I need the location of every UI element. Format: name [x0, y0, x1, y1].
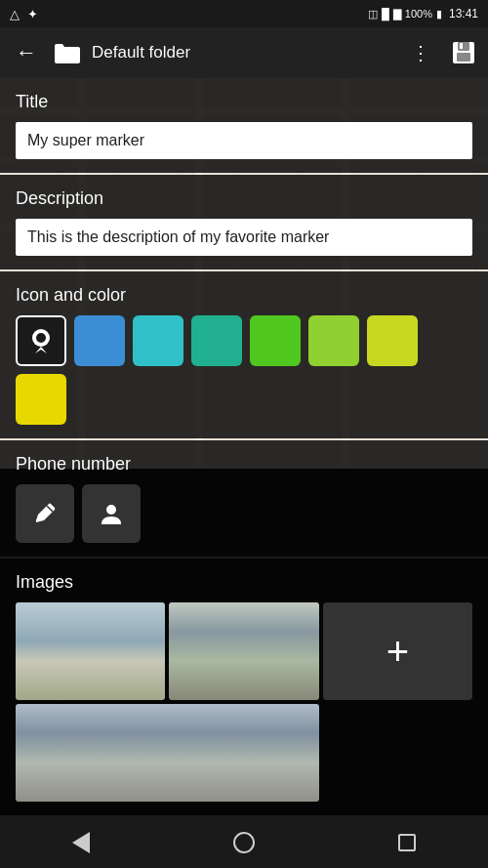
folder-icon	[53, 42, 80, 63]
phone-contact-button[interactable]	[82, 484, 141, 543]
signal-icon: ▇	[393, 8, 401, 21]
image-item-1	[16, 602, 165, 700]
image-item-2	[169, 602, 318, 700]
battery-label: 100%	[405, 8, 432, 20]
phone-section-label: Phone number	[16, 454, 472, 475]
svg-rect-3	[460, 43, 463, 49]
color-swatch-blue[interactable]	[74, 315, 125, 366]
save-button[interactable]	[447, 36, 480, 69]
nav-home-button[interactable]	[220, 818, 268, 867]
add-image-button[interactable]: +	[323, 602, 472, 700]
svg-rect-2	[457, 53, 470, 62]
image-item-3	[16, 704, 319, 802]
description-section-label: Description	[16, 188, 472, 209]
nav-bar	[0, 817, 488, 868]
back-button[interactable]: ←	[8, 32, 45, 73]
color-swatch-yellow[interactable]	[16, 374, 66, 425]
images-section-label: Images	[16, 572, 472, 593]
color-swatch-yellowgreen[interactable]	[367, 315, 418, 366]
icon-color-section: Icon and color	[0, 271, 488, 438]
folder-name: Default folder	[92, 43, 395, 62]
status-bar-right: ◫ █ ▇ 100% ▮ 13:41	[368, 7, 478, 21]
time-label: 13:41	[449, 7, 478, 21]
description-section: Description	[0, 175, 488, 269]
color-swatch-green[interactable]	[250, 315, 301, 366]
color-swatch-lightgreen[interactable]	[308, 315, 359, 366]
phone-edit-button[interactable]	[16, 484, 74, 543]
description-input[interactable]	[16, 219, 472, 256]
android-icon: △	[10, 7, 20, 21]
status-bar: △ ✦ ◫ █ ▇ 100% ▮ 13:41	[0, 0, 488, 27]
nav-recents-button[interactable]	[383, 818, 431, 867]
images-section: Images +	[0, 558, 488, 815]
wifi-icon: █	[382, 8, 389, 20]
star-icon: ✦	[27, 7, 38, 21]
content-area: Title Description Icon and color	[0, 78, 488, 817]
more-button[interactable]: ⋮	[403, 33, 439, 72]
color-swatch-black[interactable]	[16, 315, 66, 366]
svg-rect-1	[458, 42, 469, 51]
title-input[interactable]	[16, 122, 472, 159]
color-swatch-cyan[interactable]	[133, 315, 183, 366]
phone-section: Phone number	[0, 440, 488, 557]
nav-back-icon	[72, 832, 90, 853]
nav-recents-icon	[398, 834, 416, 851]
image-thumb-3	[16, 704, 319, 802]
phone-row	[16, 484, 472, 543]
image-thumb-1	[16, 602, 165, 700]
sim-icon: ◫	[368, 8, 378, 21]
toolbar: ← Default folder ⋮	[0, 27, 488, 78]
color-swatch-teal[interactable]	[191, 315, 242, 366]
color-row	[16, 315, 472, 425]
svg-point-5	[36, 333, 46, 343]
title-section-label: Title	[16, 92, 472, 112]
title-section: Title	[0, 78, 488, 173]
svg-point-6	[106, 505, 116, 515]
nav-back-button[interactable]	[57, 818, 105, 867]
status-bar-left: △ ✦	[10, 7, 38, 21]
nav-home-icon	[233, 832, 255, 853]
image-thumb-2	[169, 602, 318, 700]
battery-icon: ▮	[436, 8, 442, 21]
icon-color-label: Icon and color	[16, 285, 472, 306]
